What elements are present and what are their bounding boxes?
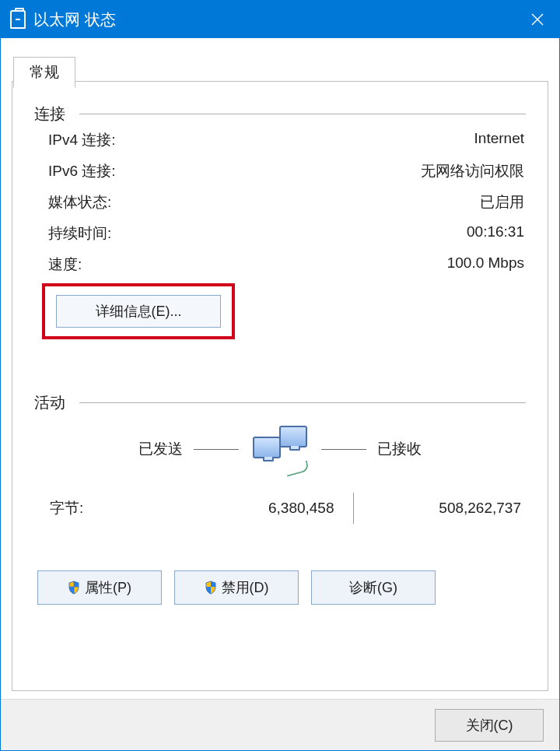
details-button-label: 详细信息(E)... xyxy=(96,302,182,321)
section-connection: 连接 IPv4 连接: Internet IPv6 连接: 无网络访问权限 媒体… xyxy=(34,104,526,339)
diagnose-button[interactable]: 诊断(G) xyxy=(311,570,436,605)
label-received: 已接收 xyxy=(377,439,422,459)
value-bytes-sent: 6,380,458 xyxy=(166,500,353,517)
divider xyxy=(194,449,239,450)
battery-icon xyxy=(10,10,26,29)
spacer xyxy=(34,349,526,392)
value-media: 已启用 xyxy=(480,192,524,212)
tab-general[interactable]: 常规 xyxy=(13,57,75,88)
row-ipv4: IPv4 连接: Internet xyxy=(34,125,526,156)
tab-strip: 常规 xyxy=(1,38,559,82)
row-ipv6: IPv6 连接: 无网络访问权限 xyxy=(34,156,526,187)
dialog-footer: 关闭(C) xyxy=(1,699,559,750)
window-title: 以太网 状态 xyxy=(33,9,116,30)
value-bytes-received: 508,262,737 xyxy=(354,500,527,517)
label-ipv4: IPv4 连接: xyxy=(48,130,116,150)
tab-panel-general: 连接 IPv4 连接: Internet IPv6 连接: 无网络访问权限 媒体… xyxy=(12,81,548,691)
value-speed: 100.0 Mbps xyxy=(447,254,524,275)
value-ipv4: Internet xyxy=(474,130,524,150)
ethernet-status-window: 以太网 状态 常规 连接 IPv4 连接: Internet xyxy=(0,0,560,751)
divider xyxy=(79,402,526,403)
properties-button-label: 属性(P) xyxy=(85,578,131,597)
label-speed: 速度: xyxy=(48,254,82,275)
section-activity: 活动 已发送 已接收 字节: 6,380,458 xyxy=(34,392,526,524)
properties-button[interactable]: 属性(P) xyxy=(37,570,162,605)
window-close-button[interactable] xyxy=(516,1,559,38)
label-sent: 已发送 xyxy=(138,439,183,459)
close-icon xyxy=(531,13,544,26)
details-button[interactable]: 详细信息(E)... xyxy=(56,295,221,328)
label-bytes: 字节: xyxy=(34,498,166,518)
value-ipv6: 无网络访问权限 xyxy=(421,161,524,181)
label-media: 媒体状态: xyxy=(48,192,111,212)
action-button-row: 属性(P) 禁用(D) 诊断(G) xyxy=(37,570,526,605)
highlight-annotation: 详细信息(E)... xyxy=(42,283,235,339)
disable-button-label: 禁用(D) xyxy=(222,578,269,597)
label-ipv6: IPv6 连接: xyxy=(48,161,116,181)
value-duration: 00:16:31 xyxy=(467,223,524,244)
divider xyxy=(321,449,366,450)
row-bytes: 字节: 6,380,458 508,262,737 xyxy=(34,493,526,524)
diagnose-button-label: 诊断(G) xyxy=(349,578,397,597)
shield-icon xyxy=(68,581,80,595)
disable-button[interactable]: 禁用(D) xyxy=(174,570,299,605)
close-button-label: 关闭(C) xyxy=(466,716,513,735)
title-bar[interactable]: 以太网 状态 xyxy=(1,1,559,38)
section-connection-label: 连接 xyxy=(34,104,65,125)
label-duration: 持续时间: xyxy=(48,223,111,244)
divider xyxy=(79,114,526,114)
activity-visual-row: 已发送 已接收 xyxy=(34,426,526,472)
network-computers-icon xyxy=(250,426,310,472)
row-speed: 速度: 100.0 Mbps xyxy=(34,249,526,280)
row-duration: 持续时间: 00:16:31 xyxy=(34,218,526,249)
row-media: 媒体状态: 已启用 xyxy=(34,187,526,218)
client-area: 常规 连接 IPv4 连接: Internet IPv6 连接: 无网络访问权限 xyxy=(1,38,559,750)
section-activity-label: 活动 xyxy=(34,392,65,413)
shield-icon xyxy=(205,581,217,595)
close-button[interactable]: 关闭(C) xyxy=(435,709,544,742)
